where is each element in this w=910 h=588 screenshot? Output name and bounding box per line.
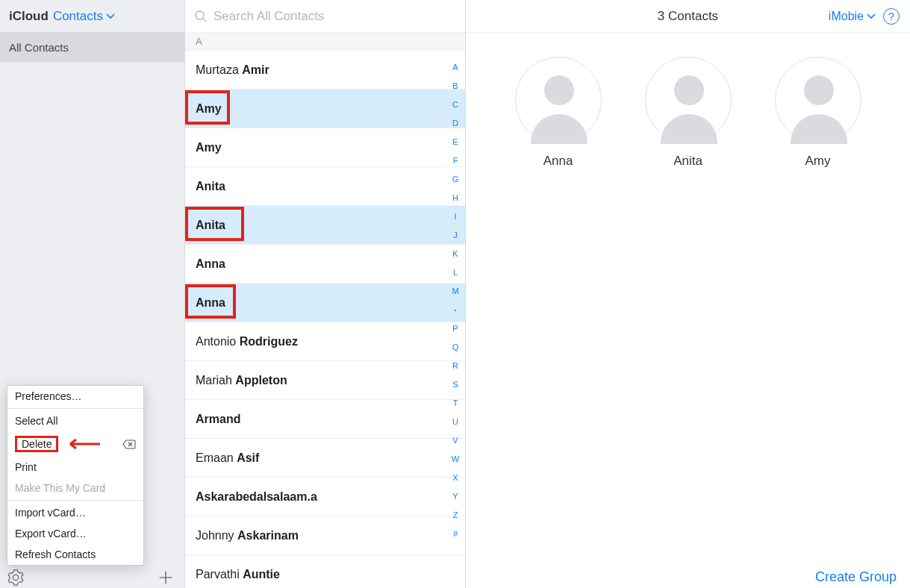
icloud-label: iCloud xyxy=(9,9,49,24)
create-group-link[interactable]: Create Group xyxy=(815,569,897,585)
selected-contact-cards: AnnaAnitaAmy xyxy=(466,33,910,169)
contact-row[interactable]: Anna xyxy=(185,245,465,284)
svg-point-3 xyxy=(804,75,834,105)
detail-header-right: iMobie ? xyxy=(829,8,900,25)
contact-first-name: Amy xyxy=(196,102,222,116)
contacts-label: Contacts xyxy=(53,9,103,24)
alpha-letter[interactable]: R xyxy=(449,357,462,375)
menu-import-vcard[interactable]: Import vCard… xyxy=(7,502,143,523)
section-header-a: A xyxy=(185,33,465,51)
alpha-letter[interactable]: B xyxy=(449,77,462,96)
contact-row[interactable]: Antonio Rodriguez xyxy=(185,322,465,361)
contact-row[interactable]: Mariah Appleton xyxy=(185,361,465,400)
sidebar-bottom xyxy=(0,564,184,588)
alpha-letter[interactable]: Y xyxy=(449,487,462,506)
menu-print[interactable]: Print xyxy=(7,457,143,478)
alpha-letter[interactable]: • xyxy=(449,301,462,319)
contact-row[interactable]: Anita xyxy=(185,206,465,245)
gear-icon[interactable] xyxy=(7,569,24,586)
imobie-dropdown[interactable]: iMobie xyxy=(829,10,876,23)
contact-first-name: Mariah xyxy=(196,374,235,387)
menu-select-all[interactable]: Select All xyxy=(7,410,143,431)
alpha-letter[interactable]: H xyxy=(449,189,462,207)
alpha-letter[interactable]: X xyxy=(449,469,462,487)
contact-last-name: Appleton xyxy=(235,374,287,387)
contact-card[interactable]: Anita xyxy=(645,57,732,169)
contact-first-name: Anna xyxy=(196,257,225,271)
menu-export-vcard[interactable]: Export vCard… xyxy=(7,523,143,544)
contact-card[interactable]: Anna xyxy=(515,57,602,169)
alpha-letter[interactable]: P xyxy=(449,319,462,338)
contact-last-name: Askarinam xyxy=(237,529,299,542)
contact-row[interactable]: Armand xyxy=(185,400,465,439)
contact-card[interactable]: Amy xyxy=(775,57,861,169)
alphabet-index[interactable]: ABCDEFGHIJKLM•PQRSTUVWXYZ# xyxy=(449,58,462,543)
menu-make-my-card: Make This My Card xyxy=(7,478,143,498)
contact-row[interactable]: Anna xyxy=(185,284,465,322)
menu-delete[interactable]: Delete xyxy=(7,431,143,457)
menu-separator xyxy=(7,500,143,501)
alpha-letter[interactable]: W xyxy=(449,450,462,469)
search-input[interactable] xyxy=(214,9,456,24)
alpha-letter[interactable]: V xyxy=(449,431,462,450)
contacts-dropdown[interactable]: Contacts xyxy=(53,9,115,24)
alpha-letter[interactable]: M xyxy=(449,282,462,301)
alpha-letter[interactable]: C xyxy=(449,96,462,114)
contact-row[interactable]: Murtaza Amir xyxy=(185,51,465,90)
alpha-letter[interactable]: K xyxy=(449,245,462,263)
contact-row[interactable]: Johnny Askarinam xyxy=(185,516,465,555)
contact-first-name: Murtaza xyxy=(196,63,242,77)
alpha-letter[interactable]: D xyxy=(449,114,462,133)
contact-first-name: Anna xyxy=(196,296,225,310)
contact-first-name: Emaan xyxy=(196,451,237,465)
avatar xyxy=(645,57,732,143)
contact-row[interactable]: Askarabedalsalaam.a xyxy=(185,478,465,516)
menu-preferences[interactable]: Preferences… xyxy=(7,386,143,407)
contact-list-column: A Murtaza AmirAmyAmyAnitaAnitaAnnaAnnaAn… xyxy=(185,0,466,588)
contact-first-name: Amy xyxy=(196,141,222,154)
contact-first-name: Askarabedalsalaam.a xyxy=(196,490,317,504)
contact-row[interactable]: Amy xyxy=(185,128,465,167)
contact-list[interactable]: Murtaza AmirAmyAmyAnitaAnitaAnnaAnnaAnto… xyxy=(185,51,465,588)
alpha-letter[interactable]: F xyxy=(449,151,462,170)
contact-row[interactable]: Anita xyxy=(185,167,465,206)
alpha-letter[interactable]: # xyxy=(449,525,462,543)
contact-first-name: Armand xyxy=(196,413,240,426)
avatar xyxy=(775,57,861,143)
alpha-letter[interactable]: S xyxy=(449,375,462,394)
alpha-letter[interactable]: Z xyxy=(449,506,462,525)
alpha-letter[interactable]: Q xyxy=(449,338,462,357)
svg-point-0 xyxy=(196,11,204,19)
contact-row[interactable]: Emaan Asif xyxy=(185,439,465,478)
search-icon xyxy=(194,10,214,23)
alpha-letter[interactable]: U xyxy=(449,413,462,431)
contact-last-name: Rodriguez xyxy=(240,335,298,348)
contact-last-name: Asif xyxy=(237,451,259,465)
menu-refresh[interactable]: Refresh Contacts xyxy=(7,544,143,565)
alpha-letter[interactable]: L xyxy=(449,263,462,282)
alpha-letter[interactable]: I xyxy=(449,207,462,226)
alpha-letter[interactable]: T xyxy=(449,394,462,413)
contact-first-name: Anita xyxy=(196,219,225,232)
contact-row[interactable]: Parvathi Auntie xyxy=(185,555,465,588)
alpha-letter[interactable]: G xyxy=(449,170,462,189)
alpha-letter[interactable]: J xyxy=(449,226,462,245)
avatar xyxy=(515,57,602,143)
menu-separator xyxy=(7,408,143,409)
help-icon[interactable]: ? xyxy=(883,8,900,25)
svg-point-1 xyxy=(544,75,574,105)
sidebar-item-label: All Contacts xyxy=(9,41,69,54)
contact-last-name: Amir xyxy=(242,63,269,77)
sidebar: iCloud Contacts All Contacts Preferences… xyxy=(0,0,185,588)
alpha-letter[interactable]: A xyxy=(449,58,462,77)
contact-row[interactable]: Amy xyxy=(185,90,465,128)
contact-first-name: Johnny xyxy=(196,529,237,542)
backspace-icon xyxy=(122,440,136,449)
detail-header: 3 Contacts iMobie ? xyxy=(466,0,910,33)
svg-point-2 xyxy=(674,75,704,105)
alpha-letter[interactable]: E xyxy=(449,133,462,151)
sidebar-item-all-contacts[interactable]: All Contacts xyxy=(0,33,184,62)
card-name: Amy xyxy=(775,154,861,169)
plus-icon[interactable] xyxy=(158,569,174,586)
card-name: Anita xyxy=(645,154,732,169)
